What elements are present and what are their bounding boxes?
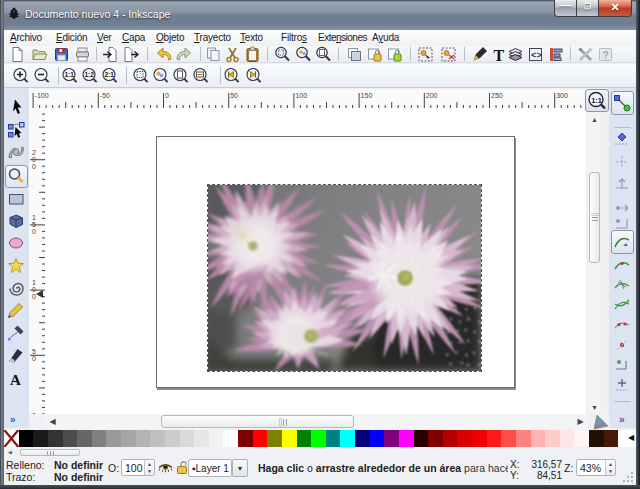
svg-text:-100: -100 [35, 92, 49, 99]
svg-text:0: 0 [32, 163, 36, 170]
svg-text:2:1: 2:1 [105, 71, 115, 78]
svg-text:50: 50 [230, 92, 238, 99]
svg-text:-50: -50 [100, 92, 110, 99]
svg-text:0: 0 [165, 92, 169, 99]
svg-text:300: 300 [556, 92, 568, 99]
svg-text:1: 1 [32, 214, 36, 221]
svg-text:5: 5 [32, 221, 36, 228]
svg-text:0: 0 [32, 228, 36, 235]
svg-text:250: 250 [491, 92, 503, 99]
svg-text:0: 0 [32, 355, 36, 362]
svg-text:1:1: 1:1 [591, 96, 602, 105]
svg-text:0: 0 [32, 156, 36, 163]
svg-text:150: 150 [361, 92, 373, 99]
svg-text:?: ? [602, 50, 608, 61]
svg-text:T: T [493, 47, 504, 64]
svg-text:5: 5 [32, 348, 36, 355]
svg-text:200: 200 [426, 92, 438, 99]
svg-text:1:1: 1:1 [65, 71, 75, 78]
svg-text:<>: <> [531, 51, 542, 61]
svg-text:0: 0 [32, 286, 36, 293]
svg-text:A: A [10, 372, 21, 388]
svg-text:100: 100 [295, 92, 307, 99]
svg-text:2: 2 [32, 149, 36, 156]
svg-text:1:2: 1:2 [85, 71, 95, 78]
svg-text:0: 0 [32, 293, 36, 300]
svg-text:1: 1 [32, 279, 36, 286]
